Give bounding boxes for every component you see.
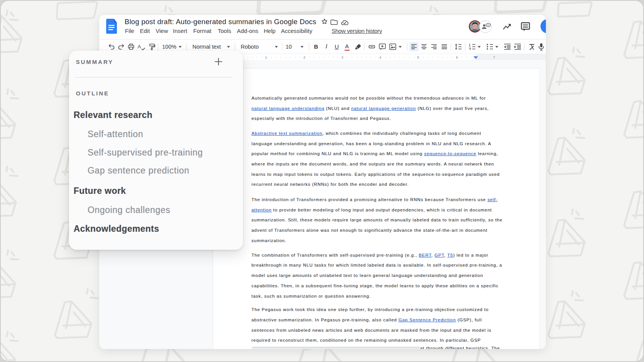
svg-text:A: A — [138, 44, 141, 49]
